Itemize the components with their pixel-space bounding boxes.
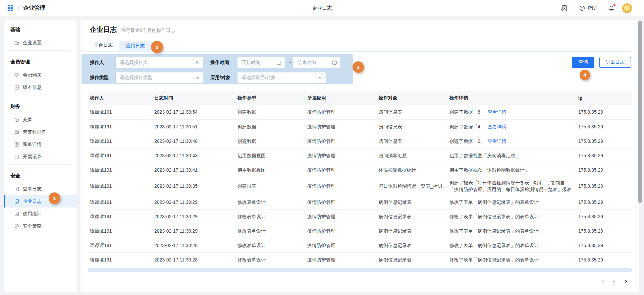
table-row: 谭谭谭1912023-02-17 11:30:28修改表单设计疫情防护管理病例信… <box>88 238 632 252</box>
shield-icon <box>14 224 19 229</box>
type-label: 操作类型 <box>90 72 109 83</box>
page-title: 企业日志 <box>90 25 117 34</box>
tabs-underline <box>82 51 632 52</box>
column-header: 操作对象 <box>376 92 447 105</box>
version-icon <box>14 85 19 90</box>
divider <box>88 39 632 39</box>
sidebar-item-shield[interactable]: 安全策略 <box>4 220 77 232</box>
table-row: 谭谭谭1912023-02-17 11:30:43启用数据视图疫情防护管理房间消… <box>88 148 632 163</box>
sidebar-item-wallet[interactable]: 未支付订单 <box>4 126 77 138</box>
page-subtitle: 保存最近6个月的操作日志 <box>121 27 175 34</box>
gem-icon <box>14 72 19 78</box>
sidebar-section-title: 基础 <box>4 26 77 33</box>
column-header: 操作详情 <box>447 92 576 105</box>
table-row: 谭谭谭1912023-02-17 11:30:28修改表单设计疫情防护管理病例信… <box>88 252 632 267</box>
sidebar-section-title: 安全 <box>4 172 77 179</box>
divider <box>8 164 71 165</box>
help-button[interactable]: 帮助 <box>579 5 597 11</box>
range-separator: ~ <box>287 57 292 68</box>
table-row: 谭谭谭1912023-02-17 11:30:54创建数据疫情防护管理房间信息表… <box>88 105 632 119</box>
end-time-input[interactable]: 结束时间 7 <box>293 57 341 68</box>
column-header: ip <box>576 92 632 105</box>
app-title: 企业管理 <box>23 4 45 12</box>
vertical-scrollbar[interactable] <box>638 21 642 203</box>
next-page-icon[interactable] <box>623 279 629 284</box>
table-row: 谭谭谭1912023-02-17 11:30:29修改表单设计疫情防护管理病例信… <box>88 209 632 224</box>
main-card: 企业日志 保存最近6个月的操作日志 平台日志 应用日志 操作人 请选择操作人 操… <box>80 20 639 292</box>
enterprise-log-icon <box>14 199 19 204</box>
annotation-badge-3: 3 <box>353 61 364 73</box>
table-row: 谭谭谭1912023-02-17 11:30:29修改表单设计疫情防护管理病例信… <box>88 195 632 209</box>
app-object-label: 应用/对象 <box>210 72 230 83</box>
calendar-icon: 7 <box>276 60 281 65</box>
sidebar-section-title: 财务 <box>4 103 77 110</box>
column-header: 日志时间 <box>152 92 235 105</box>
user-avatar[interactable] <box>622 3 632 13</box>
table-row: 谭谭谭1912023-02-17 11:30:41启用数据视图疫情防护管理体温检… <box>88 163 632 177</box>
tab-platform-log[interactable]: 平台日志 <box>94 39 113 51</box>
tab-app-log[interactable]: 应用日志 <box>119 41 152 51</box>
horizontal-scrollbar[interactable] <box>88 268 632 272</box>
view-detail-link[interactable]: 查看详情 <box>488 124 506 129</box>
annotation-badge-4: 4 <box>580 70 590 80</box>
sidebar-section-title: 会员管理 <box>4 58 77 65</box>
sidebar-item-enterprise-log[interactable]: 企业日志 <box>4 195 77 208</box>
annotation-badge-1: 1 <box>49 192 60 204</box>
start-time-input[interactable]: 开始时间 7 <box>237 57 285 68</box>
bill-icon <box>14 142 19 147</box>
type-select[interactable]: 请选择操作类型 <box>115 72 203 83</box>
calendar-icon: 7 <box>332 60 337 65</box>
login-log-icon <box>14 186 19 192</box>
divider <box>8 95 71 95</box>
pagination <box>600 279 629 284</box>
table-row: 谭谭谭1912023-02-17 11:30:29修改表单设计疫情防护管理病例信… <box>88 224 632 238</box>
search-button[interactable]: 查询 <box>572 57 594 68</box>
page-title-center: 企业日志 <box>312 5 332 11</box>
top-bar: 企业管理 企业日志 帮助 <box>0 0 644 16</box>
sidebar-item-gem[interactable]: 会员购买 <box>4 69 77 81</box>
sidebar-item-invoice[interactable]: 开票记录 <box>4 151 77 163</box>
divider <box>18 6 19 11</box>
sidebar-item-bill[interactable]: 账单详情 <box>4 138 77 151</box>
column-header: 所属应用 <box>305 92 376 105</box>
stats-icon <box>14 211 19 217</box>
invoice-icon <box>14 154 19 160</box>
building-icon <box>14 40 19 46</box>
filter-panel: 操作人 请选择操作人 操作时间 开始时间 7 ~ 结束时间 7 操作类型 请选择… <box>82 54 353 84</box>
operator-label: 操作人 <box>90 57 104 68</box>
table-row: 谭谭谭1912023-02-17 11:30:48创建数据疫情防护管理房间信息表… <box>88 134 632 148</box>
sidebar: 基础企业设置会员管理会员购买版本信息财务充值未支付订单账单详情开票记录安全登录日… <box>4 20 77 292</box>
column-header: 操作类型 <box>235 92 305 105</box>
log-table: 操作人日志时间操作类型所属应用操作对象操作详情ip 谭谭谭1912023-02-… <box>88 92 632 267</box>
svg-text:7: 7 <box>334 62 335 64</box>
table-row: 谭谭谭1912023-02-17 11:30:51创建数据疫情防护管理房间信息表… <box>88 119 632 134</box>
wallet-icon <box>14 129 19 135</box>
view-detail-link[interactable]: 查看详情 <box>488 138 506 144</box>
chevron-down-icon <box>318 76 322 80</box>
annotation-badge-2: 2 <box>151 41 163 53</box>
sidebar-item-version[interactable]: 版本信息 <box>4 81 77 94</box>
divider <box>8 50 71 51</box>
notification-bell-icon[interactable] <box>608 5 615 11</box>
export-log-button[interactable]: 导出日志 <box>599 57 631 68</box>
column-header: 操作人 <box>88 92 152 105</box>
time-label: 操作时间 <box>210 57 229 68</box>
svg-text:7: 7 <box>278 62 280 64</box>
address-book-icon[interactable] <box>560 5 568 12</box>
sidebar-item-recharge[interactable]: 充值 <box>4 113 77 126</box>
table-row: 谭谭谭1912023-02-17 11:30:35创建报表疫情防护管理每日体温检… <box>88 177 632 195</box>
recharge-icon <box>14 117 19 122</box>
prev-page-icon[interactable] <box>611 279 617 284</box>
apps-grid-icon[interactable] <box>7 5 14 11</box>
first-page-icon[interactable] <box>600 279 605 284</box>
chevron-down-icon <box>196 76 200 80</box>
app-object-select[interactable]: 请选择应用/对象 <box>237 72 326 83</box>
sidebar-item-login-log[interactable]: 登录日志 <box>4 183 77 195</box>
person-icon <box>195 60 200 65</box>
operator-input[interactable]: 请选择操作人 <box>115 57 203 68</box>
sidebar-item-stats[interactable]: 使用统计 <box>4 208 77 220</box>
sidebar-item-building[interactable]: 企业设置 <box>4 37 77 49</box>
view-detail-link[interactable]: 查看详情 <box>488 109 506 115</box>
